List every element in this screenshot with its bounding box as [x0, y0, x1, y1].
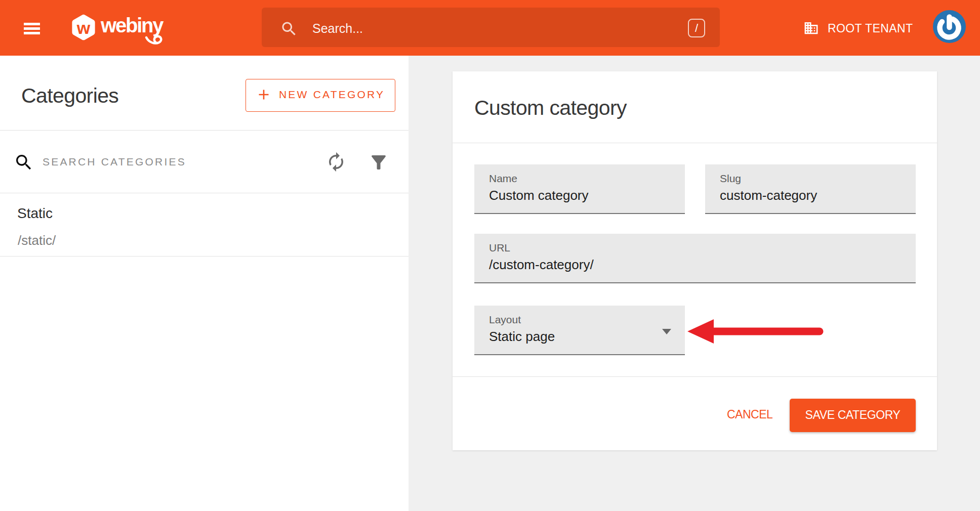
svg-text:w: w: [76, 18, 91, 37]
